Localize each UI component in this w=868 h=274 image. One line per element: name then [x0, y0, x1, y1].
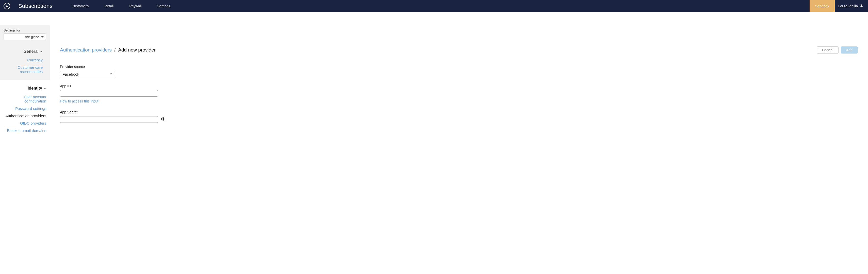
sidebar-item-oidc[interactable]: OIDC providers — [0, 119, 50, 127]
cancel-button[interactable]: Cancel — [817, 46, 839, 54]
user-name: Laura Pinilla — [838, 4, 858, 8]
eye-icon — [161, 117, 165, 122]
nav-customers[interactable]: Customers — [72, 4, 89, 8]
app-logo-icon — [4, 3, 10, 9]
caret-down-icon — [44, 88, 46, 89]
select-provider-source[interactable]: Facebook — [60, 71, 115, 77]
sidebar-general-block: Settings for the-globe General Currency … — [0, 25, 50, 80]
sidebar-identity-links: User account configuration Password sett… — [0, 93, 50, 134]
breadcrumb-current: Add new provider — [118, 47, 156, 53]
add-button[interactable]: Add — [841, 46, 858, 54]
user-icon — [860, 4, 863, 8]
nav-settings[interactable]: Settings — [157, 4, 170, 8]
sidebar-group-identity-label: Identity — [28, 86, 42, 91]
logo-block: Subscriptions — [0, 3, 60, 9]
app-title: Subscriptions — [18, 3, 53, 9]
user-menu[interactable]: Laura Pinilla — [835, 4, 868, 8]
page-actions: Cancel Add — [817, 46, 858, 54]
toggle-visibility-button[interactable] — [161, 117, 165, 122]
nav-retail[interactable]: Retail — [104, 4, 114, 8]
sandbox-label: Sandbox — [815, 4, 829, 8]
secret-row — [60, 116, 858, 123]
sidebar-item-reason-codes[interactable]: Customer care reason codes — [4, 64, 46, 75]
sidebar-group-general-label: General — [23, 49, 39, 54]
main-content: Authentication providers / Add new provi… — [50, 12, 868, 140]
breadcrumb: Authentication providers / Add new provi… — [60, 47, 156, 53]
sandbox-badge[interactable]: Sandbox — [810, 0, 835, 12]
breadcrumb-parent[interactable]: Authentication providers — [60, 47, 112, 53]
settings-sidebar: Settings for the-globe General Currency … — [0, 12, 50, 140]
sidebar-identity-block: Identity User account configuration Pass… — [0, 80, 50, 136]
primary-nav: Customers Retail Paywall Settings — [72, 4, 170, 8]
sidebar-item-password[interactable]: Password settings — [0, 105, 50, 112]
site-select[interactable]: the-globe — [4, 33, 46, 40]
page-header-row: Authentication providers / Add new provi… — [60, 46, 858, 54]
sidebar-item-currency[interactable]: Currency — [4, 56, 46, 64]
caret-down-icon — [41, 36, 44, 38]
sidebar-group-general[interactable]: General — [4, 49, 46, 54]
label-provider-source: Provider source — [60, 65, 858, 69]
field-provider-source: Provider source Facebook — [60, 65, 858, 77]
sidebar-item-auth-providers[interactable]: Authentication providers — [0, 112, 50, 119]
provider-form: Provider source Facebook App ID How to a… — [60, 65, 858, 123]
sidebar-group-identity[interactable]: Identity — [0, 86, 50, 91]
chevron-down-icon — [109, 72, 113, 76]
label-app-secret: App Secret — [60, 110, 858, 114]
field-app-id: App ID How to access this input — [60, 84, 858, 104]
settings-for-label: Settings for — [4, 28, 46, 32]
site-select-value: the-globe — [25, 35, 39, 39]
select-provider-source-value: Facebook — [62, 72, 79, 76]
caret-down-icon — [40, 51, 43, 52]
svg-point-1 — [163, 118, 164, 120]
breadcrumb-separator: / — [114, 47, 116, 53]
sidebar-item-user-account[interactable]: User account configuration — [0, 93, 50, 105]
help-link-app-id[interactable]: How to access this input — [60, 99, 98, 103]
label-app-id: App ID — [60, 84, 858, 88]
input-app-id[interactable] — [60, 90, 158, 97]
sidebar-item-blocked-email[interactable]: Blocked email domains — [0, 127, 50, 134]
svg-point-0 — [861, 4, 862, 6]
field-app-secret: App Secret — [60, 110, 858, 123]
sidebar-general-links: Currency Customer care reason codes — [4, 56, 46, 75]
top-navbar: Subscriptions Customers Retail Paywall S… — [0, 0, 868, 12]
nav-paywall[interactable]: Paywall — [129, 4, 142, 8]
input-app-secret[interactable] — [60, 116, 158, 123]
